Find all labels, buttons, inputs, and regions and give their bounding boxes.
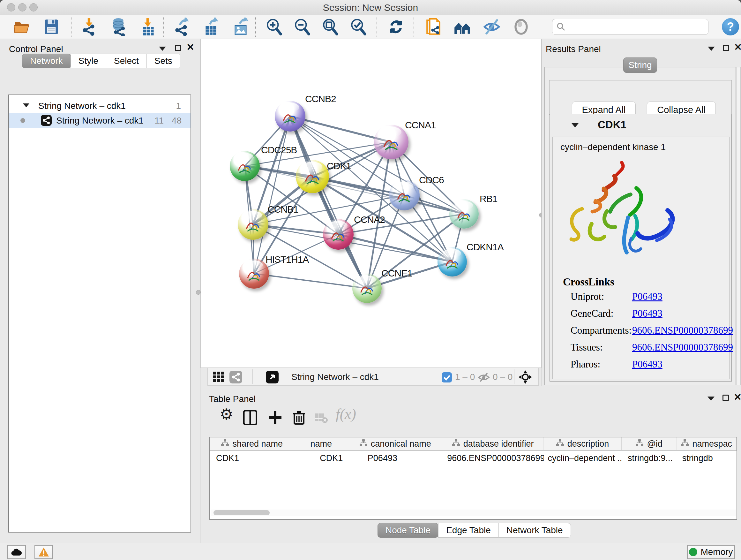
network-canvas[interactable]: CCNB2CCNA1CDC25BCDK1CDC6RB1CCNB1CCNA2CDK… bbox=[200, 39, 542, 368]
collapse-panel-icon[interactable] bbox=[708, 396, 715, 401]
cell-shared-name[interactable]: CDK1 bbox=[210, 451, 294, 465]
float-panel-icon[interactable] bbox=[175, 45, 181, 51]
table-row[interactable]: CDK1CDK1P064939606.ENSP00000378699cyclin… bbox=[210, 451, 737, 465]
refresh-icon[interactable] bbox=[387, 17, 405, 36]
network-collection-row[interactable]: String Network – cdk1 1 bbox=[9, 98, 191, 113]
delete-table-icon[interactable] bbox=[315, 413, 328, 423]
export-table-icon[interactable] bbox=[202, 17, 221, 36]
node-CDC25B[interactable] bbox=[230, 151, 260, 181]
search-box[interactable] bbox=[552, 19, 709, 35]
view-toolbar-separator bbox=[472, 369, 472, 384]
show-all-icon[interactable] bbox=[512, 17, 530, 36]
shared-column-icon bbox=[221, 439, 229, 449]
import-network-file-icon[interactable] bbox=[80, 17, 99, 36]
close-panel-icon[interactable]: ✕ bbox=[734, 394, 741, 400]
node-CDK1[interactable] bbox=[296, 160, 329, 193]
hidden-eye-slash-icon[interactable] bbox=[478, 372, 490, 383]
float-panel-icon[interactable] bbox=[723, 45, 729, 51]
tab-network-table[interactable]: Network Table bbox=[498, 523, 571, 538]
tab-edge-table[interactable]: Edge Table bbox=[438, 523, 499, 538]
crosslink-link[interactable]: 9606.ENSP00000378699 bbox=[632, 325, 733, 336]
cell-@id[interactable]: stringdb:9... bbox=[622, 451, 677, 465]
memory-button[interactable]: Memory bbox=[687, 545, 735, 559]
column-header-namespac[interactable]: namespac bbox=[677, 437, 737, 450]
crosslink-link[interactable]: 9606.ENSP00000378699 bbox=[632, 341, 733, 353]
node-CCNB1[interactable] bbox=[238, 209, 268, 240]
column-header-@id[interactable]: @id bbox=[622, 437, 677, 450]
node-CDKN1A[interactable] bbox=[437, 247, 467, 276]
column-header-description[interactable]: description bbox=[543, 437, 622, 450]
crosslink-link[interactable]: P06493 bbox=[632, 359, 663, 370]
grid-view-icon[interactable] bbox=[213, 371, 224, 383]
edge-CCNA2-CDKN1A[interactable] bbox=[338, 234, 452, 262]
export-network-icon[interactable] bbox=[173, 17, 192, 36]
save-session-icon[interactable] bbox=[42, 17, 61, 36]
show-columns-icon[interactable] bbox=[243, 410, 257, 425]
node-CCNA2[interactable] bbox=[323, 219, 354, 250]
close-panel-icon[interactable]: ✕ bbox=[734, 44, 741, 51]
node-CCNA1[interactable] bbox=[374, 125, 408, 159]
tab-sets[interactable]: Sets bbox=[146, 54, 180, 68]
import-table-file-icon[interactable] bbox=[139, 17, 158, 36]
collapse-panel-icon[interactable] bbox=[159, 47, 166, 51]
string-view-icon[interactable] bbox=[229, 371, 242, 383]
column-header-name[interactable]: name bbox=[294, 437, 348, 450]
tab-style[interactable]: Style bbox=[71, 54, 106, 68]
results-scrollbar[interactable] bbox=[736, 67, 741, 385]
column-header-database-identifier[interactable]: database identifier bbox=[442, 437, 543, 450]
network-from-document-icon[interactable] bbox=[424, 17, 443, 36]
table-options-gear-icon[interactable]: ⚙ bbox=[219, 408, 233, 421]
function-builder-icon[interactable]: f(x) bbox=[336, 406, 356, 422]
zoom-selected-icon[interactable] bbox=[349, 17, 367, 36]
gene-section-expander-icon[interactable] bbox=[571, 123, 579, 127]
float-panel-icon[interactable] bbox=[723, 395, 729, 401]
column-header-canonical-name[interactable]: canonical name bbox=[348, 437, 442, 450]
column-header-shared-name[interactable]: shared name bbox=[210, 437, 294, 450]
crosslink-link[interactable]: P06493 bbox=[632, 291, 663, 302]
selected-checkbox-icon[interactable] bbox=[442, 372, 452, 382]
cell-name[interactable]: CDK1 bbox=[294, 451, 348, 465]
scrollbar-thumb[interactable] bbox=[213, 510, 270, 515]
warning-icon bbox=[38, 547, 49, 557]
node-label-CCNB2: CCNB2 bbox=[305, 94, 336, 105]
delete-column-icon[interactable] bbox=[292, 410, 306, 425]
hide-selected-icon[interactable] bbox=[482, 17, 501, 36]
node-CCNE1[interactable] bbox=[352, 273, 382, 303]
close-panel-icon[interactable]: ✕ bbox=[186, 44, 194, 51]
export-image-icon[interactable] bbox=[232, 17, 250, 36]
open-view-icon[interactable] bbox=[266, 371, 279, 383]
tab-node-table[interactable]: Node Table bbox=[378, 523, 439, 538]
table-horizontal-scrollbar[interactable] bbox=[211, 509, 736, 516]
tab-string[interactable]: String bbox=[623, 57, 657, 73]
collection-expander-icon[interactable] bbox=[23, 104, 29, 107]
create-column-icon[interactable] bbox=[268, 411, 282, 425]
cell-namespac[interactable]: stringdb bbox=[677, 451, 737, 465]
birds-eye-toggle-icon[interactable] bbox=[519, 370, 532, 384]
warning-status-button[interactable] bbox=[35, 545, 53, 559]
zoom-out-icon[interactable] bbox=[293, 17, 312, 36]
help-icon[interactable]: ? bbox=[722, 18, 739, 36]
crosslink-link[interactable]: P06493 bbox=[632, 308, 663, 319]
search-input[interactable] bbox=[566, 22, 700, 32]
collapse-panel-icon[interactable] bbox=[708, 47, 715, 51]
left-splitter-handle[interactable] bbox=[196, 290, 201, 295]
node-CDC6[interactable] bbox=[389, 180, 420, 210]
cell-description[interactable]: cyclin–dependent ... bbox=[544, 451, 622, 465]
zoom-fit-icon[interactable] bbox=[321, 17, 340, 36]
cell-canonical-name[interactable]: P06493 bbox=[348, 451, 443, 465]
network-row[interactable]: String Network – cdk1 11 48 bbox=[9, 113, 191, 128]
node-HIST1H1A[interactable] bbox=[239, 259, 269, 289]
edge-CCNB2-HIST1H1A[interactable] bbox=[254, 116, 290, 273]
import-network-database-icon[interactable] bbox=[110, 17, 128, 36]
open-session-icon[interactable] bbox=[13, 17, 31, 36]
tab-network[interactable]: Network bbox=[22, 54, 71, 68]
first-neighbors-icon[interactable] bbox=[453, 17, 472, 36]
cell-database-identifier[interactable]: 9606.ENSP00000378699 bbox=[443, 451, 543, 465]
cloud-status-button[interactable] bbox=[7, 545, 26, 559]
tab-select[interactable]: Select bbox=[106, 54, 147, 68]
edge-HIST1H1A-CCNE1[interactable] bbox=[254, 273, 367, 288]
zoom-in-icon[interactable] bbox=[265, 17, 283, 36]
node-CCNB2[interactable] bbox=[275, 101, 306, 132]
node-RB1[interactable] bbox=[449, 199, 479, 229]
toolbar-separator bbox=[163, 17, 164, 37]
